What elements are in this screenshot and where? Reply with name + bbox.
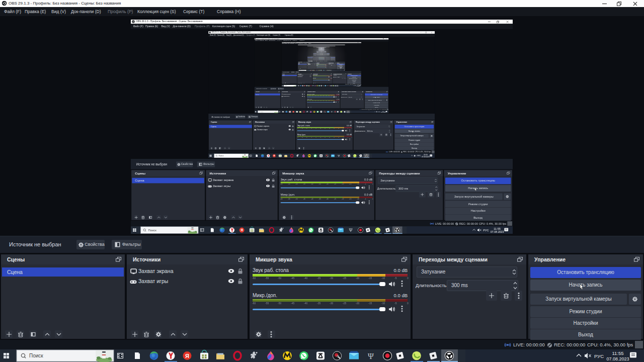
svg-text:11:55: 11:55	[357, 84, 359, 85]
svg-text:11:55: 11:55	[424, 153, 428, 155]
svg-text:Поиск: Поиск	[285, 85, 287, 85]
svg-text:Ψ: Ψ	[368, 352, 374, 360]
svg-text:Я: Я	[185, 353, 189, 359]
svg-text:11:55: 11:55	[612, 350, 623, 356]
svg-text:Ψ: Ψ	[349, 228, 353, 233]
svg-text:07.08.2023: 07.08.2023	[381, 111, 385, 112]
svg-text:РУС: РУС	[483, 228, 489, 231]
svg-text:РУС: РУС	[378, 111, 381, 112]
svg-text:07.08.2023: 07.08.2023	[357, 85, 360, 86]
svg-text:Я: Я	[240, 228, 243, 231]
svg-text:Я: Я	[274, 154, 275, 156]
svg-text:07.08.2023: 07.08.2023	[491, 230, 504, 233]
svg-text:Я: Я	[304, 85, 305, 85]
svg-text:РУС: РУС	[417, 154, 421, 156]
svg-text:11:55: 11:55	[494, 227, 501, 230]
svg-text:07.08.2023: 07.08.2023	[606, 356, 629, 361]
svg-text:Поиск: Поиск	[148, 228, 156, 231]
svg-text:РУС: РУС	[594, 353, 604, 359]
svg-text:Поиск: Поиск	[261, 111, 264, 112]
svg-text:07.08.2023: 07.08.2023	[422, 155, 430, 157]
svg-text:Поиск: Поиск	[219, 154, 224, 156]
svg-text:Поиск: Поиск	[29, 353, 43, 358]
